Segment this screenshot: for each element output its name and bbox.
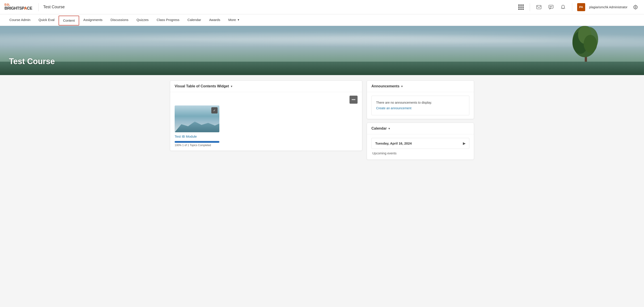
calendar-title: Calendar <box>372 126 386 130</box>
topbar-divider-1 <box>38 3 39 11</box>
module-actions: ••• <box>175 96 358 104</box>
progress-fill <box>175 141 219 143</box>
nav-item-more[interactable]: More ▾ <box>224 14 243 26</box>
calendar-widget-header: Calendar ▾ <box>367 123 474 134</box>
calendar-chevron-icon[interactable]: ▾ <box>388 127 390 130</box>
course-title-topbar: Test Course <box>43 5 64 9</box>
banner-course-title: Test Course <box>9 57 55 66</box>
vtoc-widget-title: Visual Table of Contents Widget <box>175 84 229 88</box>
banner-ground <box>0 62 644 75</box>
chat-button[interactable] <box>547 3 555 11</box>
nav-item-course-admin[interactable]: Course Admin <box>5 14 34 26</box>
vtoc-widget-header: Visual Table of Contents Widget ▾ <box>170 81 362 92</box>
more-chevron-icon: ▾ <box>238 18 239 21</box>
calendar-widget: Calendar ▾ Tuesday, April 16, 2024 ▶ Upc… <box>367 123 474 160</box>
gear-icon <box>633 5 638 9</box>
vtoc-widget: Visual Table of Contents Widget ▾ ••• ✓ … <box>170 80 362 151</box>
nav-item-discussions[interactable]: Discussions <box>106 14 132 26</box>
nav-item-awards[interactable]: Awards <box>205 14 224 26</box>
chat-icon <box>548 5 554 9</box>
nav-item-class-progress[interactable]: Class Progress <box>153 14 184 26</box>
module-check-icon: ✓ <box>211 107 218 113</box>
grid-icon <box>518 4 523 10</box>
logo[interactable]: D2L BRIGHTSPACE <box>4 3 32 11</box>
topbar-icons: PA plagiarismchk Administrator <box>517 3 640 11</box>
module-name-link[interactable]: Test IB Module <box>175 134 219 138</box>
svg-rect-1 <box>549 5 553 8</box>
vtoc-widget-body: ••• ✓ Test IB Module 100% 1 of 1 Topics … <box>170 92 362 151</box>
svg-point-4 <box>635 6 636 8</box>
announcements-widget-header: Announcements ▾ <box>367 81 474 92</box>
announcements-widget-body: There are no announcements to display. C… <box>367 92 474 119</box>
main-content: Visual Table of Contents Widget ▾ ••• ✓ … <box>161 75 483 165</box>
right-panel: Announcements ▾ There are no announcemen… <box>367 80 474 160</box>
progress-track <box>175 141 219 143</box>
bell-icon <box>561 5 565 9</box>
topbar-divider-3 <box>572 3 572 11</box>
announcements-empty-text: There are no announcements to display. <box>376 101 432 104</box>
email-icon <box>536 5 541 9</box>
module-thumbnail: ✓ <box>175 105 219 132</box>
banner-clouds <box>0 30 644 48</box>
create-announcement-link[interactable]: Create an announcement <box>376 106 465 111</box>
announcements-chevron-icon[interactable]: ▾ <box>401 84 403 88</box>
vtoc-chevron-icon[interactable]: ▾ <box>231 84 232 88</box>
topbar-divider-2 <box>530 3 530 11</box>
module-card: ✓ Test IB Module 100% 1 of 1 Topics Comp… <box>175 105 219 147</box>
announcements-empty-box: There are no announcements to display. C… <box>372 96 469 115</box>
nav-item-quick-eval[interactable]: Quick Eval <box>34 14 58 26</box>
left-panel: Visual Table of Contents Widget ▾ ••• ✓ … <box>170 80 362 160</box>
settings-button[interactable] <box>632 3 640 11</box>
upcoming-events-label: Upcoming events <box>372 149 469 156</box>
user-name-label: plagiarismchk Administrator <box>589 5 628 9</box>
nav-item-assignments[interactable]: Assignments <box>79 14 106 26</box>
progress-label: 100% 1 of 1 Topics Completed <box>175 144 219 147</box>
nav-item-calendar[interactable]: Calendar <box>183 14 205 26</box>
svg-rect-0 <box>537 5 541 9</box>
grid-apps-button[interactable] <box>517 3 525 11</box>
announcements-widget: Announcements ▾ There are no announcemen… <box>367 80 474 119</box>
user-avatar[interactable]: PA <box>577 3 585 11</box>
avatar-initials: PA <box>579 5 583 9</box>
calendar-date-row: Tuesday, April 16, 2024 ▶ <box>372 138 469 149</box>
brightspace-logo-text: BRIGHTSPACE <box>4 6 32 11</box>
svg-point-9 <box>584 35 597 53</box>
calendar-widget-body: Tuesday, April 16, 2024 ▶ Upcoming event… <box>367 134 474 160</box>
module-ellipsis-button[interactable]: ••• <box>350 96 358 104</box>
calendar-next-button[interactable]: ▶ <box>463 141 466 145</box>
module-thumbnail-mountain <box>175 119 219 132</box>
calendar-current-date: Tuesday, April 16, 2024 <box>375 141 412 145</box>
email-button[interactable] <box>535 3 543 11</box>
nav-item-quizzes[interactable]: Quizzes <box>132 14 152 26</box>
announcements-title: Announcements <box>372 84 399 88</box>
course-banner: Test Course <box>0 26 644 75</box>
main-navbar: Course Admin Quick Eval Content Assignme… <box>0 14 644 26</box>
topbar: D2L BRIGHTSPACE Test Course <box>0 0 644 14</box>
notifications-button[interactable] <box>559 3 567 11</box>
module-progress-bar: 100% 1 of 1 Topics Completed <box>175 141 219 147</box>
ellipsis-icon: ••• <box>352 98 356 102</box>
nav-item-content[interactable]: Content <box>58 16 80 25</box>
